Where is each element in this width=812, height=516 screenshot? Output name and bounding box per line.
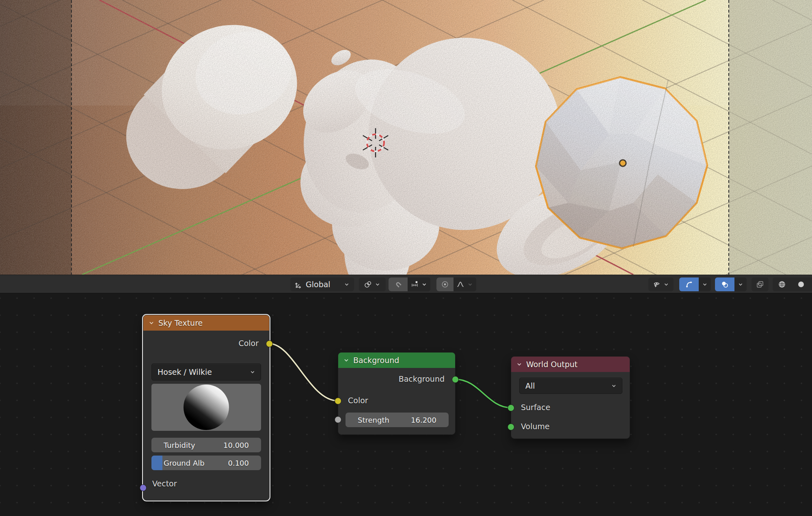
ground-albedo-slider[interactable]: Ground Alb 0.100 (151, 456, 261, 470)
output-target-dropdown[interactable]: All (519, 378, 622, 394)
output-label-background: Background (399, 374, 445, 383)
solid-sphere-icon (797, 280, 805, 288)
show-overlays-toggle[interactable] (715, 277, 734, 291)
output-label-color: Color (238, 339, 259, 348)
shading-wireframe-button[interactable] (773, 277, 792, 291)
proportional-editing-icon (441, 280, 449, 288)
chevron-down-icon (702, 281, 708, 288)
collapse-chevron-icon[interactable] (343, 357, 350, 363)
sky-model-value: Hosek / Wilkie (158, 368, 212, 376)
input-label-vector: Vector (152, 479, 177, 488)
chevron-down-icon (737, 281, 744, 288)
overlays-icon (721, 280, 729, 288)
pivot-point-dropdown[interactable] (359, 277, 386, 291)
sky-texture-node-header[interactable]: Sky Texture (143, 315, 269, 331)
snap-to-dropdown[interactable] (408, 277, 430, 291)
snap-magnet-icon (394, 280, 402, 288)
socket-color-input[interactable] (335, 398, 341, 404)
strength-value: 16.200 (411, 416, 436, 424)
node-world-output[interactable]: World Output All Surface Volume (511, 356, 630, 439)
pivot-point-icon (364, 280, 372, 288)
overlays-group (715, 277, 747, 291)
proportional-falloff-dropdown[interactable] (454, 277, 476, 291)
socket-vector-input[interactable] (140, 484, 147, 491)
node-title: World Output (526, 360, 578, 369)
node-title: Sky Texture (158, 318, 203, 327)
turbidity-label: Turbidity (164, 441, 195, 449)
chevron-down-icon (663, 281, 669, 288)
wireframe-sphere-icon (778, 280, 786, 288)
chevron-down-icon (467, 281, 473, 288)
proportional-editing-group (436, 277, 476, 291)
snap-increment-icon (410, 280, 419, 288)
object-visibility-dropdown[interactable] (648, 277, 674, 291)
gizmos-group (679, 277, 711, 291)
snap-group (389, 277, 430, 291)
ground-albedo-label: Ground Alb (164, 459, 205, 467)
chevron-down-icon (421, 281, 428, 288)
sun-direction-sphere[interactable] (184, 385, 229, 430)
viewport-header: Global (0, 275, 812, 293)
slider-fill (151, 456, 162, 470)
shading-solid-button[interactable] (792, 277, 811, 291)
show-gizmo-toggle[interactable] (679, 277, 699, 291)
transform-orientation-icon (294, 280, 302, 288)
collapse-chevron-icon[interactable] (148, 320, 155, 326)
transform-orientation-label: Global (305, 280, 331, 289)
chevron-down-icon (343, 281, 350, 288)
transform-orientation-dropdown[interactable]: Global (290, 277, 354, 291)
proportional-editing-toggle[interactable] (436, 277, 454, 291)
node-sky-texture[interactable]: Sky Texture Color Hosek / Wilkie Turbidi… (143, 315, 270, 501)
background-node-header[interactable]: Background (338, 353, 455, 368)
gizmo-options-dropdown[interactable] (699, 277, 711, 291)
chevron-down-icon (249, 369, 256, 375)
chevron-down-icon (374, 281, 381, 288)
sun-direction-widget[interactable] (151, 384, 261, 431)
shading-material-button[interactable] (810, 277, 812, 291)
socket-background-output[interactable] (452, 376, 459, 383)
ground-albedo-value: 0.100 (228, 459, 249, 467)
3d-viewport[interactable] (0, 0, 812, 275)
input-label-surface: Surface (521, 403, 550, 412)
socket-strength-input[interactable] (335, 416, 341, 423)
overlays-options-dropdown[interactable] (734, 277, 747, 291)
strength-label: Strength (358, 416, 389, 424)
world-output-node-header[interactable]: World Output (511, 357, 630, 372)
gizmo-icon (685, 280, 693, 288)
node-title: Background (353, 356, 399, 365)
visibility-eye-icon (652, 280, 661, 288)
socket-color-output[interactable] (266, 340, 273, 347)
render-noise-dark (0, 0, 812, 275)
xray-toggle[interactable] (752, 277, 769, 291)
falloff-curve-icon (456, 280, 464, 288)
output-target-value: All (525, 381, 535, 390)
sky-model-dropdown[interactable]: Hosek / Wilkie (151, 363, 261, 381)
snap-toggle-button[interactable] (389, 277, 408, 291)
input-label-color: Color (348, 396, 368, 405)
shading-mode-group (773, 277, 812, 291)
node-background[interactable]: Background Background Color Strength 16.… (338, 352, 456, 435)
chevron-down-icon (611, 383, 617, 389)
turbidity-slider[interactable]: Turbidity 10.000 (151, 438, 261, 452)
socket-surface-input[interactable] (508, 404, 514, 411)
xray-icon (756, 280, 764, 288)
socket-volume-input[interactable] (508, 424, 514, 430)
strength-slider[interactable]: Strength 16.200 (346, 413, 449, 427)
turbidity-value: 10.000 (223, 441, 249, 449)
input-label-volume: Volume (521, 422, 550, 431)
collapse-chevron-icon[interactable] (516, 361, 523, 368)
